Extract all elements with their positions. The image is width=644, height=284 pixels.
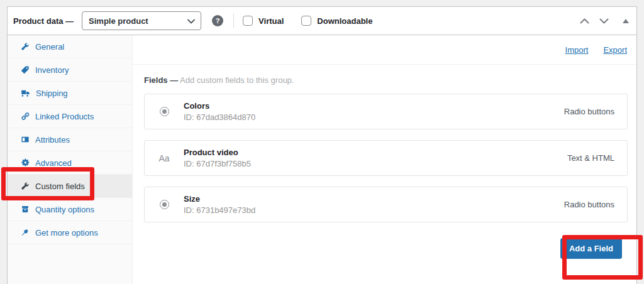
add-a-field-button[interactable]: Add a Field [560, 238, 622, 259]
field-id: ID: 67dad3864d870 [184, 112, 564, 122]
tab-get-more-options[interactable]: Get more options [8, 221, 132, 244]
chevron-down-icon [599, 18, 609, 24]
field-id: ID: 6731b497e73bd [184, 205, 564, 215]
tab-quantity-options[interactable]: Quantity options [8, 198, 132, 221]
product-type-select[interactable]: Simple product [82, 11, 201, 30]
fields-header-subtitle: Add custom fields to this group. [180, 75, 294, 85]
panel-toggle-icon[interactable] [623, 19, 629, 23]
virtual-checkbox[interactable]: Virtual [243, 16, 284, 26]
chevron-down-icon [187, 19, 195, 24]
tab-custom-fields[interactable]: Custom fields [8, 175, 132, 198]
chevron-up-icon [580, 18, 589, 24]
box-icon [21, 205, 30, 214]
field-type: Radio buttons [564, 200, 627, 209]
checkbox-icon[interactable] [243, 16, 253, 26]
product-data-panel: Product data — Simple product ? Virtual … [0, 0, 644, 284]
tab-attributes[interactable]: Attributes [8, 128, 132, 151]
tab-label: Custom fields [35, 182, 85, 191]
tab-label: Linked Products [35, 112, 94, 121]
virtual-checkbox-label: Virtual [258, 16, 284, 26]
field-row-size[interactable]: Size ID: 6731b497e73bd Radio buttons [144, 187, 628, 222]
tab-label: Advanced [35, 158, 72, 168]
fields-header-title: Fields — [144, 75, 178, 85]
tab-inventory[interactable]: Inventory [8, 58, 132, 82]
downloadable-checkbox-label: Downloadable [317, 16, 372, 26]
move-down-button[interactable] [594, 18, 614, 24]
import-export-row: Import Export [133, 35, 636, 65]
tab-linked-products[interactable]: Linked Products [8, 105, 132, 128]
attributes-icon [21, 135, 30, 144]
custom-fields-panel: Import Export Fields — Add custom fields… [133, 35, 636, 284]
downloadable-checkbox[interactable]: Downloadable [301, 16, 372, 26]
tab-label: Attributes [35, 135, 70, 145]
field-name: Product video [184, 148, 567, 157]
text-icon: Aa [145, 153, 184, 163]
wrench-icon [21, 182, 30, 190]
tab-label: General [35, 42, 64, 52]
tab-general[interactable]: General [8, 35, 132, 58]
tab-label: Inventory [35, 65, 69, 75]
product-data-header: Product data — Simple product ? Virtual … [8, 7, 636, 35]
gear-icon [21, 158, 30, 167]
field-name: Size [184, 194, 564, 204]
panel-title: Product data — [13, 16, 74, 26]
tab-shipping[interactable]: Shipping [8, 82, 132, 105]
move-up-button[interactable] [575, 18, 594, 24]
radio-icon [145, 200, 184, 209]
add-field-row: Add a Field [133, 238, 636, 259]
tab-label: Shipping [36, 89, 68, 98]
field-row-colors[interactable]: Colors ID: 67dad3864d870 Radio buttons [144, 94, 628, 129]
field-type: Text & HTML [567, 153, 627, 163]
help-icon[interactable]: ? [212, 15, 223, 26]
radio-icon [145, 107, 184, 116]
link-icon [21, 112, 30, 121]
export-link[interactable]: Export [603, 45, 627, 55]
wrench-icon [21, 42, 30, 51]
tag-icon [21, 65, 30, 74]
field-type: Radio buttons [564, 107, 627, 116]
plugin-icon [21, 228, 30, 237]
field-id: ID: 67d7f3bf758b5 [184, 159, 567, 168]
truck-icon [21, 89, 30, 97]
product-type-value: Simple product [89, 16, 148, 26]
import-link[interactable]: Import [565, 45, 589, 55]
product-data-metabox: Product data — Simple product ? Virtual … [7, 6, 637, 284]
product-data-tabs: General Inventory Shipping Linked Produc… [8, 35, 133, 284]
tab-label: Get more options [35, 228, 98, 238]
checkbox-icon[interactable] [301, 16, 311, 26]
field-name: Colors [184, 101, 564, 111]
divider [233, 14, 234, 28]
tab-label: Quantity options [35, 205, 94, 214]
field-row-product-video[interactable]: Aa Product video ID: 67d7f3bf758b5 Text … [144, 140, 628, 176]
tab-advanced[interactable]: Advanced [8, 151, 132, 175]
fields-header: Fields — Add custom fields to this group… [133, 65, 636, 94]
